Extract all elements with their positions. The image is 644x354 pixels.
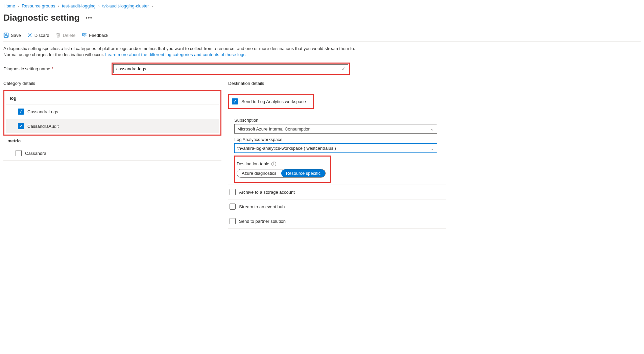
svg-point-1 <box>82 33 84 35</box>
chevron-right-icon: › <box>58 4 59 8</box>
chevron-right-icon: › <box>151 4 153 8</box>
eventhub-label: Stream to an event hub <box>239 204 285 209</box>
subscription-select[interactable]: Microsoft Azure Internal Consumption ⌄ <box>234 124 437 134</box>
breadcrumb: Home › Resource groups › test-audit-logg… <box>3 3 641 8</box>
toggle-azure-diagnostics[interactable]: Azure diagnostics <box>237 169 281 177</box>
category-label: CassandraLogs <box>27 109 58 114</box>
breadcrumb-test-audit-logging[interactable]: test-audit-logging <box>62 3 96 8</box>
save-label: Save <box>11 33 21 38</box>
more-icon[interactable]: ••• <box>86 15 92 21</box>
log-category-highlight: log CassandraLogs CassandraAudit <box>3 90 221 136</box>
required-star: * <box>52 66 53 71</box>
feedback-label: Feedback <box>89 33 108 38</box>
log-analytics-highlight: Send to Log Analytics workspace <box>228 94 314 109</box>
category-item-cassandra-logs[interactable]: CassandraLogs <box>6 104 219 119</box>
setting-name-row: Diagnostic setting name* ✓ <box>3 63 641 75</box>
setting-name-label: Diagnostic setting name* <box>3 66 112 71</box>
discard-label: Discard <box>34 33 49 38</box>
setting-name-input[interactable] <box>113 64 348 73</box>
setting-name-highlight: ✓ <box>112 63 350 75</box>
destination-details-title: Destination details <box>228 81 446 86</box>
checkbox-partner[interactable] <box>230 218 236 224</box>
category-label: Cassandra <box>25 151 46 156</box>
subscription-value: Microsoft Azure Internal Consumption <box>237 126 311 132</box>
metric-group-title: metric <box>3 136 221 146</box>
save-button[interactable]: Save <box>3 32 21 38</box>
storage-label: Archive to a storage account <box>239 190 295 195</box>
category-item-cassandra-metric[interactable]: Cassandra <box>3 146 221 161</box>
feedback-button[interactable]: Feedback <box>81 32 108 38</box>
toolbar: Save Discard Delete Feedback <box>3 32 641 42</box>
checkbox-eventhub[interactable] <box>230 204 236 210</box>
subscription-label: Subscription <box>234 118 446 123</box>
page-title-row: Diagnostic setting ••• <box>3 13 641 23</box>
setting-name-label-text: Diagnostic setting name <box>3 66 50 71</box>
workspace-value: thvankra-log-analytics-workspace ( westc… <box>237 146 336 151</box>
checkbox-log-analytics[interactable] <box>232 98 238 104</box>
checkbox-cassandra-metric[interactable] <box>16 150 22 156</box>
delete-label: Delete <box>63 33 76 38</box>
category-label: CassandraAudit <box>27 124 59 129</box>
destination-table-label: Destination table i <box>237 161 326 166</box>
checkbox-cassandra-logs[interactable] <box>18 109 24 115</box>
checkbox-cassandra-audit[interactable] <box>18 123 24 129</box>
toggle-resource-specific[interactable]: Resource specific <box>281 169 326 177</box>
log-analytics-label: Send to Log Analytics workspace <box>241 99 306 104</box>
delete-button: Delete <box>55 32 76 38</box>
category-column: Category details log CassandraLogs Cassa… <box>3 81 221 229</box>
chevron-right-icon: › <box>18 4 19 8</box>
trash-icon <box>55 32 61 38</box>
log-group-title: log <box>6 92 219 104</box>
columns: Category details log CassandraLogs Cassa… <box>3 81 641 229</box>
checkbox-storage[interactable] <box>230 189 236 195</box>
destination-table-label-text: Destination table <box>237 161 269 166</box>
partner-label: Send to partner solution <box>239 219 286 224</box>
destination-column: Destination details Send to Log Analytic… <box>228 81 446 229</box>
breadcrumb-resource-groups[interactable]: Resource groups <box>22 3 55 8</box>
chevron-right-icon: › <box>98 4 100 8</box>
dest-row-eventhub[interactable]: Stream to an event hub <box>228 199 446 214</box>
feedback-icon <box>81 32 87 38</box>
breadcrumb-cluster[interactable]: tvk-audit-logging-cluster <box>102 3 149 8</box>
log-analytics-details: Subscription Microsoft Azure Internal Co… <box>228 113 446 185</box>
learn-more-link[interactable]: Learn more about the different log categ… <box>105 52 245 57</box>
chevron-down-icon: ⌄ <box>430 126 434 132</box>
dest-row-storage[interactable]: Archive to a storage account <box>228 185 446 199</box>
chevron-down-icon: ⌄ <box>430 146 434 151</box>
destination-table-highlight: Destination table i Azure diagnostics Re… <box>234 156 331 183</box>
page-title: Diagnostic setting <box>3 13 79 23</box>
info-icon[interactable]: i <box>271 162 276 166</box>
workspace-select[interactable]: thvankra-log-analytics-workspace ( westc… <box>234 143 437 153</box>
description-text: A diagnostic setting specifies a list of… <box>3 46 358 58</box>
close-icon <box>27 32 32 38</box>
discard-button[interactable]: Discard <box>27 32 49 38</box>
breadcrumb-home[interactable]: Home <box>3 3 15 8</box>
workspace-label: Log Analytics workspace <box>234 137 446 142</box>
save-icon <box>3 32 9 38</box>
category-details-title: Category details <box>3 81 221 86</box>
dest-row-log-analytics: Send to Log Analytics workspace <box>228 90 446 113</box>
category-item-cassandra-audit[interactable]: CassandraAudit <box>6 119 219 133</box>
dest-row-partner[interactable]: Send to partner solution <box>228 214 446 229</box>
destination-table-toggle[interactable]: Azure diagnostics Resource specific <box>237 169 326 178</box>
check-icon: ✓ <box>342 66 345 71</box>
